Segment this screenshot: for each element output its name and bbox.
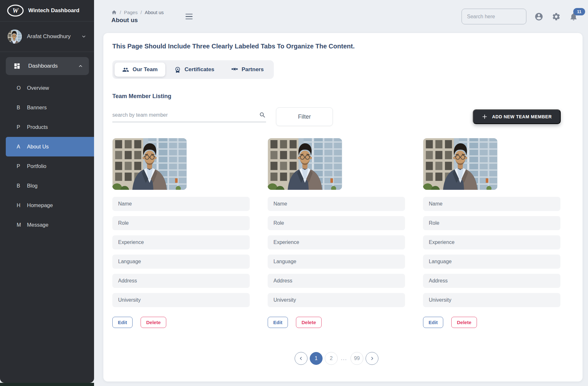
sidebar-nav-item[interactable]: P Products (6, 117, 94, 137)
nav-item-prefix: P (17, 124, 27, 130)
member-actions: Edit Delete (423, 317, 560, 328)
sidebar-nav-item[interactable]: O Overview (6, 78, 94, 98)
pagination-page-button[interactable]: 2 (325, 352, 338, 365)
magnifier-icon[interactable] (259, 112, 266, 119)
field-address: Address (112, 274, 250, 288)
nav-item-prefix: M (17, 222, 27, 228)
member-search-input[interactable] (112, 112, 259, 118)
nav-item-label: Portfolio (27, 163, 47, 169)
user-menu[interactable]: Arafat Chowdhury (0, 21, 94, 52)
home-icon[interactable] (111, 10, 117, 15)
tab-label: Partners (242, 66, 264, 73)
pagination-page-button[interactable]: 99 (350, 352, 363, 365)
tab-partners[interactable]: Partners (223, 63, 272, 77)
topbar: / Pages / About us About us 11 (94, 0, 588, 33)
plus-icon (482, 114, 488, 120)
sidebar-nav-item[interactable]: P Portfolio (6, 156, 94, 176)
delete-button[interactable]: Delete (451, 317, 477, 328)
nav-item-prefix: B (17, 183, 27, 189)
sidebar-nav-item[interactable]: A About Us (6, 137, 94, 156)
member-photo (112, 138, 187, 190)
chevron-right-icon (369, 356, 375, 361)
toolbar: Filter ADD NEW TEAM MEMBER (112, 107, 561, 126)
nav-item-label: Banners (27, 105, 47, 111)
tab-certificates[interactable]: Certificates (167, 63, 222, 77)
field-experience: Experience (423, 235, 560, 249)
app-root: W Wintech Dashboard Arafat Chowdhury Das… (0, 0, 588, 386)
member-fields: Name Role Experience Language Address Un… (423, 197, 560, 307)
pagination: 1 2 ... 99 (112, 352, 561, 365)
breadcrumb-separator: / (120, 10, 121, 15)
field-university: University (268, 293, 405, 307)
field-role: Role (268, 216, 405, 230)
svg-text:W: W (13, 7, 19, 14)
field-experience: Experience (268, 235, 405, 249)
sidebar-nav: O Overview B Banners P Products A (0, 78, 94, 235)
notification-badge: 11 (573, 8, 585, 15)
menu-toggle-icon[interactable] (184, 12, 195, 21)
member-photo (423, 138, 497, 190)
gear-icon[interactable] (551, 12, 561, 21)
pagination-prev-button[interactable] (295, 352, 307, 365)
edit-button[interactable]: Edit (423, 317, 443, 328)
sidebar-section-dashboards[interactable]: Dashboards (6, 57, 89, 75)
field-role: Role (423, 216, 560, 230)
field-university: University (112, 293, 250, 307)
nav-item-prefix: P (17, 164, 27, 169)
tab-label: Certificates (185, 66, 214, 73)
nav-item-label: Message (27, 222, 48, 228)
delete-button[interactable]: Delete (296, 317, 322, 328)
sidebar-nav-item[interactable]: B Blog (6, 176, 94, 196)
sidebar-nav-item[interactable]: H Homepage (6, 196, 94, 215)
pagination-next-button[interactable] (366, 352, 378, 365)
field-name: Name (423, 197, 560, 211)
bell-icon[interactable]: 11 (569, 12, 578, 21)
field-language: Language (423, 255, 560, 269)
content-area: / Pages / About us About us 11 (94, 0, 588, 386)
sidebar-section-label: Dashboards (28, 63, 58, 69)
brand-header: W Wintech Dashboard (0, 0, 94, 21)
main-card: This Page Should Include Three Clearly L… (103, 33, 583, 382)
member-actions: Edit Delete (112, 317, 250, 328)
edit-button[interactable]: Edit (112, 317, 133, 328)
delete-button[interactable]: Delete (141, 317, 166, 328)
chevron-down-icon (81, 34, 86, 39)
breadcrumb-current: About us (145, 10, 164, 15)
field-university: University (423, 293, 560, 307)
page-title: About us (111, 17, 164, 24)
team-member-card: Name Role Experience Language Address Un… (423, 138, 560, 328)
nav-item-label: About Us (27, 144, 49, 150)
chevron-left-icon (298, 356, 304, 361)
nav-item-label: Homepage (27, 202, 53, 208)
tab-label: Our Team (133, 66, 158, 73)
add-new-team-member-button[interactable]: ADD NEW TEAM MEMBER (473, 109, 561, 124)
search-input[interactable] (462, 9, 526, 24)
add-button-label: ADD NEW TEAM MEMBER (492, 114, 552, 119)
breadcrumb-section[interactable]: Pages (124, 10, 138, 15)
edit-button[interactable]: Edit (268, 317, 288, 328)
user-name: Arafat Chowdhury (27, 33, 71, 40)
field-role: Role (112, 216, 250, 230)
field-name: Name (112, 197, 250, 211)
field-language: Language (112, 255, 250, 269)
sidebar-nav-item[interactable]: B Banners (6, 98, 94, 117)
member-search-field (112, 112, 266, 122)
breadcrumb-block: / Pages / About us About us (111, 10, 164, 24)
breadcrumb: / Pages / About us (111, 10, 164, 15)
tab-our-team[interactable]: Our Team (115, 63, 165, 77)
member-photo (268, 138, 342, 190)
breadcrumb-separator: / (141, 10, 142, 15)
nav-item-label: Overview (27, 85, 49, 91)
chevron-up-icon (78, 63, 83, 69)
account-icon[interactable] (534, 12, 544, 21)
sidebar-nav-item[interactable]: M Message (6, 215, 94, 235)
member-fields: Name Role Experience Language Address Un… (268, 197, 405, 307)
team-icon (122, 66, 129, 73)
pagination-page-button[interactable]: 1 (310, 352, 323, 365)
section-title: Team Member Listing (112, 93, 561, 100)
filter-button[interactable]: Filter (276, 107, 333, 126)
team-member-card: Name Role Experience Language Address Un… (268, 138, 405, 328)
pagination-page-button[interactable]: ... (340, 352, 348, 365)
nav-item-label: Products (27, 124, 48, 130)
user-avatar (8, 29, 22, 44)
